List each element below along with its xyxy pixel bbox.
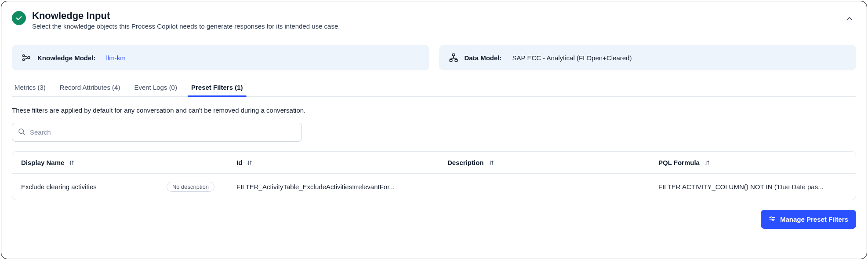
- cell-id: FILTER_ActivityTable_ExcludeActivitiesIr…: [236, 183, 447, 190]
- knowledge-model-label: Knowledge Model:: [37, 54, 96, 62]
- knowledge-input-panel: Knowledge Input Select the knowledge obj…: [1, 1, 867, 259]
- sort-icon: [247, 160, 253, 166]
- sort-icon: [69, 160, 75, 166]
- header-text: Knowledge Input Select the knowledge obj…: [32, 10, 340, 30]
- col-display-name[interactable]: Display Name: [21, 159, 236, 166]
- collapse-toggle[interactable]: [846, 15, 853, 24]
- sort-icon: [488, 160, 494, 166]
- info-cards: Knowledge Model: llm-km Data Model: SAP …: [12, 45, 856, 70]
- check-icon: [12, 11, 26, 25]
- svg-point-6: [19, 129, 24, 134]
- table-row[interactable]: Exclude clearing activities No descripti…: [12, 174, 856, 200]
- sliders-icon: [769, 215, 776, 223]
- svg-line-7: [23, 133, 24, 135]
- knowledge-model-link[interactable]: llm-km: [106, 54, 126, 62]
- cell-display-name: Exclude clearing activities No descripti…: [21, 182, 236, 192]
- tab-preset-filters[interactable]: Preset Filters (1): [190, 78, 244, 96]
- data-model-icon: [449, 53, 458, 62]
- panel-header: Knowledge Input Select the knowledge obj…: [12, 10, 856, 30]
- tab-description: These filters are applied by default for…: [12, 106, 856, 114]
- search-row: [12, 123, 856, 142]
- manage-preset-filters-label: Manage Preset Filters: [780, 216, 848, 223]
- col-id-label: Id: [236, 159, 242, 166]
- data-model-card: Data Model: SAP ECC - Analytical (FI Ope…: [439, 45, 857, 70]
- data-model-label: Data Model:: [465, 54, 502, 62]
- tab-event-logs[interactable]: Event Logs (0): [133, 78, 178, 96]
- data-model-value: SAP ECC - Analytical (FI Open+Cleared): [512, 54, 632, 62]
- manage-preset-filters-button[interactable]: Manage Preset Filters: [761, 210, 856, 229]
- tab-record-attributes[interactable]: Record Attributes (4): [59, 78, 121, 96]
- sort-icon: [704, 160, 710, 166]
- col-id[interactable]: Id: [236, 159, 447, 166]
- cell-display-name-text: Exclude clearing activities: [21, 183, 97, 190]
- table-header: Display Name Id Description PQL Formula: [12, 152, 856, 174]
- footer: Manage Preset Filters: [12, 210, 856, 229]
- col-description-label: Description: [447, 159, 484, 166]
- chevron-up-icon: [846, 15, 853, 22]
- tab-metrics[interactable]: Metrics (3): [14, 78, 47, 96]
- knowledge-model-icon: [22, 53, 31, 62]
- tabs: Metrics (3) Record Attributes (4) Event …: [12, 78, 856, 97]
- knowledge-model-card: Knowledge Model: llm-km: [12, 45, 429, 70]
- panel-title: Knowledge Input: [32, 10, 340, 22]
- search-icon: [18, 128, 25, 137]
- col-pql-formula[interactable]: PQL Formula: [658, 159, 847, 166]
- col-pql-formula-label: PQL Formula: [658, 159, 700, 166]
- svg-point-2: [28, 57, 30, 59]
- preset-filters-table: Display Name Id Description PQL Formula: [12, 151, 856, 200]
- panel-subtitle: Select the knowledge objects this Proces…: [32, 22, 340, 30]
- svg-point-9: [770, 217, 772, 218]
- search-input[interactable]: [30, 128, 296, 136]
- col-description[interactable]: Description: [447, 159, 658, 166]
- search-box[interactable]: [12, 123, 302, 142]
- no-description-badge: No description: [167, 182, 214, 192]
- cell-pql-formula: FILTER ACTIVITY_COLUMN() NOT IN ('Due Da…: [658, 183, 847, 190]
- col-display-name-label: Display Name: [21, 159, 64, 166]
- svg-point-11: [772, 219, 774, 220]
